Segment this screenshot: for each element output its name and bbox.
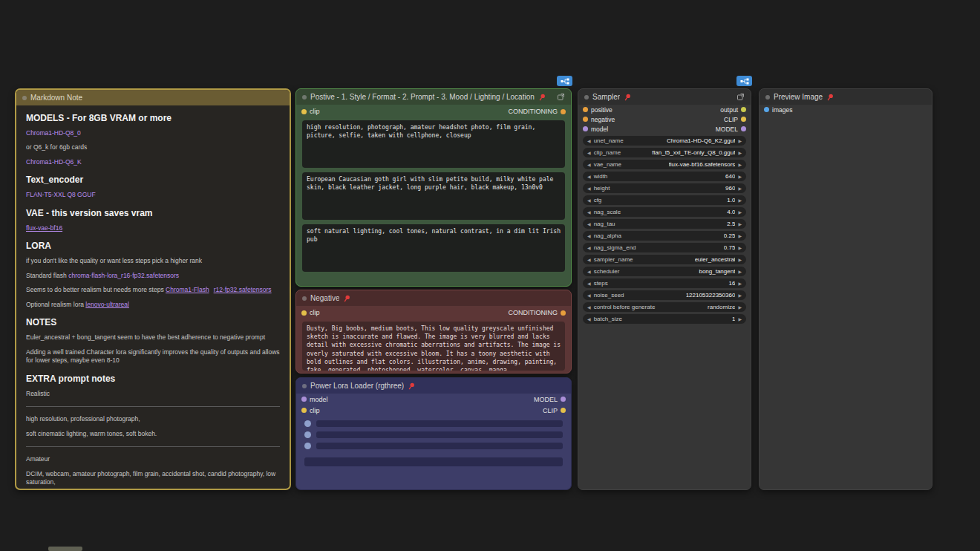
increment-arrow-icon[interactable]: ▶ bbox=[738, 139, 742, 143]
widget-clip-name[interactable]: ◀clip_nameflan_t5_xxl_TE-only_Q8_0.gguf▶ bbox=[583, 148, 746, 157]
conditioning-dot-icon[interactable] bbox=[583, 117, 588, 122]
decrement-arrow-icon[interactable]: ◀ bbox=[587, 246, 591, 250]
decrement-arrow-icon[interactable]: ◀ bbox=[587, 293, 591, 298]
lora-slot-bar[interactable] bbox=[316, 420, 563, 427]
conditioning-dot-icon[interactable] bbox=[561, 310, 566, 316]
widget-vae-name[interactable]: ◀vae_nameflux-vae-bf16.safetensors▶ bbox=[583, 160, 746, 169]
model-dot-icon[interactable] bbox=[301, 397, 307, 402]
increment-arrow-icon[interactable]: ▶ bbox=[738, 186, 742, 191]
increment-arrow-icon[interactable]: ▶ bbox=[738, 234, 742, 238]
increment-arrow-icon[interactable]: ▶ bbox=[738, 222, 742, 226]
decrement-arrow-icon[interactable]: ◀ bbox=[587, 222, 591, 226]
widget-noise-seed[interactable]: ◀noise_seed122105322350360▶ bbox=[583, 290, 746, 300]
decrement-arrow-icon[interactable]: ◀ bbox=[587, 305, 591, 310]
increment-arrow-icon[interactable]: ▶ bbox=[738, 270, 742, 274]
increment-arrow-icon[interactable]: ▶ bbox=[738, 198, 742, 203]
widget-sampler-name[interactable]: ◀sampler_nameeuler_ancestral▶ bbox=[583, 255, 746, 264]
increment-arrow-icon[interactable]: ▶ bbox=[738, 210, 742, 215]
widget-scheduler[interactable]: ◀schedulerbong_tangent▶ bbox=[583, 267, 746, 276]
increment-arrow-icon[interactable]: ▶ bbox=[738, 246, 742, 250]
lora-slot-bar[interactable] bbox=[316, 431, 563, 438]
expand-icon[interactable] bbox=[736, 93, 745, 101]
decrement-arrow-icon[interactable]: ◀ bbox=[587, 258, 591, 262]
lora-toggle[interactable] bbox=[304, 431, 311, 438]
markdown-content[interactable]: MODELS - For 8GB VRAM or more Chroma1-HD… bbox=[16, 105, 290, 489]
group-node-badge[interactable] bbox=[736, 76, 752, 86]
widget-nag-tau[interactable]: ◀nag_tau2.5▶ bbox=[583, 219, 746, 229]
md-link[interactable]: flux-vae-bf16 bbox=[26, 224, 62, 232]
node-header[interactable]: Postive - 1. Style / Format - 2. Prompt … bbox=[296, 89, 571, 105]
clip-dot-icon[interactable] bbox=[741, 117, 746, 122]
widget-nag-scale[interactable]: ◀nag_scale4.0▶ bbox=[583, 207, 746, 217]
lora-slot-row[interactable] bbox=[296, 443, 571, 449]
decrement-arrow-icon[interactable]: ◀ bbox=[587, 281, 591, 286]
lora-slot-bar[interactable] bbox=[316, 443, 563, 449]
decrement-arrow-icon[interactable]: ◀ bbox=[587, 270, 591, 274]
decrement-arrow-icon[interactable]: ◀ bbox=[587, 198, 591, 203]
input-slot-images[interactable]: images bbox=[764, 106, 792, 114]
increment-arrow-icon[interactable]: ▶ bbox=[738, 305, 742, 310]
widget-height[interactable]: ◀height960▶ bbox=[583, 183, 746, 193]
lora-slot-row[interactable] bbox=[296, 431, 571, 438]
widget-control-before-generate[interactable]: ◀control before generaterandomize▶ bbox=[583, 302, 746, 312]
md-link[interactable]: chroma-flash-lora_r16-fp32.safetensors bbox=[68, 272, 179, 279]
widget-nag-sigma-end[interactable]: ◀nag_sigma_end0.75▶ bbox=[583, 243, 746, 252]
increment-arrow-icon[interactable]: ▶ bbox=[738, 151, 742, 155]
output-slot-clip[interactable]: CLIP bbox=[724, 116, 746, 123]
input-slot-negative[interactable]: negative bbox=[583, 116, 615, 123]
node-sampler[interactable]: Sampler positive output negative CLIP mo… bbox=[578, 88, 751, 490]
widget-steps[interactable]: ◀steps16▶ bbox=[583, 278, 746, 288]
md-link[interactable]: Chroma1-HD-Q8_0 bbox=[26, 129, 81, 137]
model-dot-icon[interactable] bbox=[583, 126, 588, 131]
collapse-dot[interactable] bbox=[584, 95, 589, 100]
widget-batch-size[interactable]: ◀batch_size1▶ bbox=[583, 314, 746, 324]
increment-arrow-icon[interactable]: ▶ bbox=[738, 293, 742, 298]
decrement-arrow-icon[interactable]: ◀ bbox=[587, 317, 591, 322]
node-positive-prompt[interactable]: Postive - 1. Style / Format - 2. Prompt … bbox=[295, 88, 572, 287]
collapse-dot[interactable] bbox=[302, 384, 307, 388]
clip-dot-icon[interactable] bbox=[301, 408, 307, 413]
increment-arrow-icon[interactable]: ▶ bbox=[738, 258, 742, 262]
decrement-arrow-icon[interactable]: ◀ bbox=[587, 139, 591, 143]
output-slot-model[interactable]: MODEL bbox=[534, 396, 566, 403]
decrement-arrow-icon[interactable]: ◀ bbox=[587, 175, 591, 179]
decrement-arrow-icon[interactable]: ◀ bbox=[587, 234, 591, 238]
input-slot-clip[interactable]: clip bbox=[301, 309, 320, 316]
lora-toggle[interactable] bbox=[304, 420, 311, 427]
mood-lighting-textarea[interactable]: soft natural lighting, cool tones, natur… bbox=[302, 224, 565, 272]
input-slot-positive[interactable]: positive bbox=[583, 106, 612, 114]
collapse-dot[interactable] bbox=[302, 95, 307, 100]
widget-nag-alpha[interactable]: ◀nag_alpha0.25▶ bbox=[583, 231, 746, 241]
input-slot-model[interactable]: model bbox=[583, 125, 608, 133]
output-dot-icon[interactable] bbox=[741, 107, 746, 112]
lora-toggle[interactable] bbox=[304, 443, 311, 449]
output-slot-model[interactable]: MODEL bbox=[716, 125, 746, 133]
increment-arrow-icon[interactable]: ▶ bbox=[738, 281, 742, 286]
node-markdown-note[interactable]: Markdown Note MODELS - For 8GB VRAM or m… bbox=[15, 88, 291, 490]
expand-icon[interactable] bbox=[557, 93, 565, 101]
collapse-dot[interactable] bbox=[765, 95, 770, 100]
prompt-textarea[interactable]: European Caucasian goth girl with slim p… bbox=[302, 172, 565, 220]
decrement-arrow-icon[interactable]: ◀ bbox=[587, 210, 591, 215]
lora-slot-row[interactable] bbox=[296, 420, 571, 427]
style-format-textarea[interactable]: high resolution, photograph, amateur hea… bbox=[302, 120, 565, 168]
model-dot-icon[interactable] bbox=[741, 126, 746, 131]
clip-dot-icon[interactable] bbox=[301, 310, 307, 316]
conditioning-dot-icon[interactable] bbox=[583, 107, 588, 112]
model-dot-icon[interactable] bbox=[561, 397, 566, 402]
node-header[interactable]: Markdown Note bbox=[16, 90, 290, 105]
negative-prompt-textarea[interactable]: Busty, Big boobs, medium boots, This low… bbox=[302, 322, 565, 371]
decrement-arrow-icon[interactable]: ◀ bbox=[587, 186, 591, 191]
clip-dot-icon[interactable] bbox=[301, 109, 307, 114]
node-negative-prompt[interactable]: Negative clip CONDITIONING Busty, Big bo… bbox=[295, 290, 572, 374]
node-canvas[interactable]: Markdown Note MODELS - For 8GB VRAM or m… bbox=[0, 0, 980, 551]
input-slot-model[interactable]: model bbox=[301, 396, 328, 403]
node-header[interactable]: Negative bbox=[296, 290, 571, 306]
widget-unet-name[interactable]: ◀unet_nameChroma1-HD-Q6_K2.gguf▶ bbox=[583, 136, 746, 146]
input-slot-clip[interactable]: clip bbox=[301, 108, 320, 115]
decrement-arrow-icon[interactable]: ◀ bbox=[587, 163, 591, 167]
md-link[interactable]: r12-fp32.safetensors bbox=[214, 286, 272, 293]
output-slot-conditioning[interactable]: CONDITIONING bbox=[509, 108, 566, 115]
md-link[interactable]: Chroma1-Flash bbox=[166, 286, 209, 293]
clip-dot-icon[interactable] bbox=[561, 408, 566, 413]
